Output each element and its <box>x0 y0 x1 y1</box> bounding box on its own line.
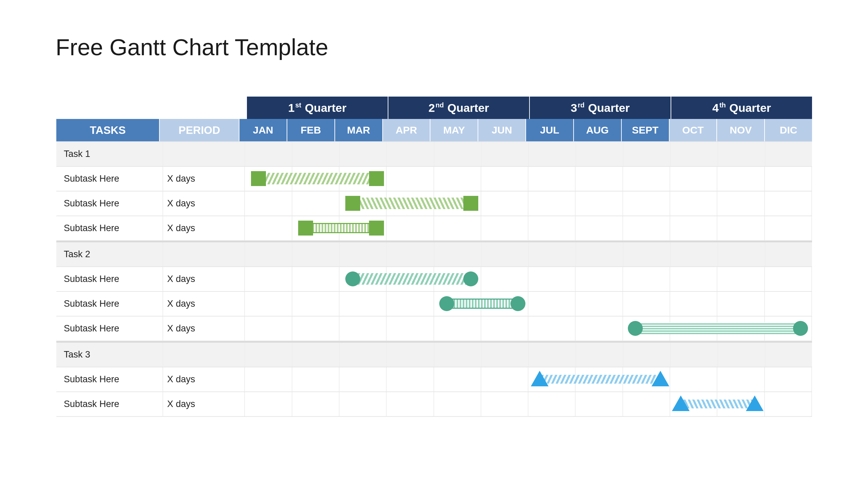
month-cell <box>434 367 481 391</box>
month-cell <box>482 343 529 367</box>
month-cell <box>765 191 812 216</box>
month-cell <box>245 267 292 291</box>
quarter-header-row: 1st Quarter 2nd Quarter 3rd Quarter 4th … <box>56 97 812 119</box>
subtask-row: Subtask HereX days <box>56 292 812 317</box>
month-cell <box>766 343 812 367</box>
month-cell <box>292 242 340 266</box>
month-cell <box>387 292 434 316</box>
period-label: X days <box>163 292 245 316</box>
month-cell <box>766 142 812 166</box>
month-cell <box>245 367 292 391</box>
bar-body <box>353 273 470 285</box>
month-cell <box>670 191 717 216</box>
month-cell <box>576 317 623 341</box>
period-label: X days <box>163 191 245 216</box>
circle-icon <box>439 296 454 311</box>
square-icon <box>463 196 478 211</box>
month-cell <box>670 367 717 391</box>
triangle-icon <box>531 371 548 386</box>
month-cell <box>481 191 528 216</box>
month-cell <box>387 167 434 191</box>
period-label: X days <box>163 216 245 240</box>
subtask-row: Subtask HereX days <box>56 216 812 241</box>
month-cell <box>671 142 718 166</box>
triangle-icon <box>672 395 690 411</box>
bar-body <box>306 223 376 233</box>
month-cell <box>340 343 387 367</box>
month-header: DIC <box>765 119 812 141</box>
month-cell <box>576 267 623 291</box>
task-label: Subtask Here <box>56 267 163 291</box>
month-cell <box>670 292 717 316</box>
month-cell <box>670 267 717 291</box>
bar-body <box>683 400 753 408</box>
month-cell <box>528 292 576 316</box>
month-cell <box>766 242 812 266</box>
month-cell <box>434 216 481 240</box>
month-cell <box>387 392 434 416</box>
month-cell <box>245 142 292 166</box>
task-label: Subtask Here <box>56 292 163 316</box>
task-label: Subtask Here <box>56 367 163 391</box>
subtask-row: Subtask HereX days <box>56 392 812 417</box>
month-cell <box>623 292 670 316</box>
month-cell <box>434 167 481 191</box>
period-label <box>163 142 245 166</box>
month-cell <box>623 392 670 416</box>
month-cell <box>765 367 812 391</box>
month-cell <box>576 242 623 266</box>
month-cell <box>670 216 717 240</box>
subtask-row: Subtask HereX days <box>56 191 812 216</box>
month-cell <box>340 142 387 166</box>
month-cell <box>387 242 434 266</box>
month-cell <box>528 216 576 240</box>
month-cell <box>765 267 812 291</box>
month-cell <box>528 317 576 341</box>
gantt-bar <box>253 173 382 184</box>
month-cell <box>481 167 528 191</box>
period-label: X days <box>163 367 245 391</box>
month-cell <box>481 367 528 391</box>
tasks-header: TASKS <box>56 119 160 141</box>
month-cell <box>292 317 340 341</box>
month-cell <box>718 242 765 266</box>
month-cell <box>671 343 718 367</box>
month-cell <box>623 191 670 216</box>
quarter-header: 4th Quarter <box>671 97 812 119</box>
month-cell <box>718 343 765 367</box>
bar-body <box>636 323 800 334</box>
task-label: Task 3 <box>56 343 163 367</box>
square-icon <box>298 221 313 236</box>
month-cell <box>245 216 292 240</box>
subtask-row: Subtask HereX days <box>56 267 812 292</box>
month-header: AUG <box>574 119 622 141</box>
month-cell <box>717 216 765 240</box>
month-cell <box>529 343 576 367</box>
month-cell <box>387 142 434 166</box>
month-cell <box>529 242 576 266</box>
month-header: JUL <box>526 119 574 141</box>
month-cell <box>623 142 671 166</box>
quarter-header: 2nd Quarter <box>388 97 530 119</box>
task-label: Subtask Here <box>56 317 163 341</box>
quarter-header: 3rd Quarter <box>530 97 671 119</box>
square-icon <box>345 196 360 211</box>
month-cell <box>340 367 387 391</box>
month-cell <box>529 142 576 166</box>
gantt-bar <box>677 398 759 410</box>
circle-icon <box>463 271 478 286</box>
month-cell <box>765 216 812 240</box>
month-cell <box>528 392 576 416</box>
month-header: FEB <box>287 119 335 141</box>
period-label <box>163 343 245 367</box>
circle-icon <box>510 296 525 311</box>
month-header: OCT <box>670 119 717 141</box>
month-header: NOV <box>717 119 765 141</box>
month-cell <box>717 367 765 391</box>
month-cell <box>671 242 718 266</box>
period-label: X days <box>163 392 245 416</box>
month-cell <box>387 343 434 367</box>
period-label <box>163 242 245 266</box>
month-cell <box>528 191 576 216</box>
quarter-header: 1st Quarter <box>247 97 388 119</box>
